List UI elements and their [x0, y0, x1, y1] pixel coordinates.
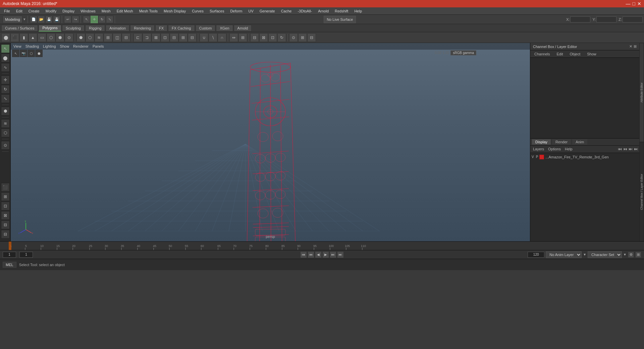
viewport-menu-show[interactable]: Show [60, 44, 69, 48]
options-label[interactable]: Options [547, 147, 562, 151]
tab-animation[interactable]: Animation [106, 25, 129, 32]
mode-dropdown[interactable]: Modeling [3, 16, 22, 23]
anim-layer-dropdown[interactable]: No Anim Layer [546, 251, 582, 258]
tool-slide[interactable]: ⊡ [268, 33, 277, 42]
display-tab-anim[interactable]: Anim [572, 139, 588, 145]
layer-play-btn[interactable]: ⏮ [618, 147, 622, 151]
tool-extract[interactable]: ⊟ [170, 33, 178, 42]
tool-spin[interactable]: ↻ [277, 33, 286, 42]
display-tab-display[interactable]: Display [532, 139, 551, 145]
step-back-btn[interactable]: ⏮ [308, 251, 314, 258]
rotate-btn[interactable]: ↻ [98, 16, 106, 23]
select-tool-btn[interactable]: ↖ [1, 44, 10, 53]
menu-edit-mesh[interactable]: Edit Mesh [114, 8, 136, 14]
channel-box-close-btn[interactable]: ✕ [629, 44, 632, 49]
viewport-menu-renderer[interactable]: Renderer [73, 44, 89, 48]
anim-settings-btn[interactable]: ⚙ [628, 252, 634, 258]
tool-chamfer[interactable]: ⊟ [188, 33, 197, 42]
menu-deform[interactable]: Deform [227, 8, 245, 14]
tool-mirror[interactable]: ⇔ [229, 33, 238, 42]
tool-remesh[interactable]: ⊟ [122, 33, 130, 42]
soft-mod-btn[interactable]: ≋ [1, 119, 10, 128]
tool-collapse[interactable]: ⊟ [307, 33, 316, 42]
layer-v[interactable]: V [532, 155, 534, 159]
tab-rigging[interactable]: Rigging [85, 25, 105, 32]
menu-redshift[interactable]: Redshift [332, 8, 351, 14]
tool-separate[interactable]: ⬠ [86, 33, 94, 42]
tool-sphere[interactable]: ⬤ [1, 33, 10, 42]
play-forward-btn[interactable]: ▶ [322, 251, 329, 258]
tool-prism[interactable]: ⬢ [56, 33, 64, 42]
camera-btn[interactable]: 📷 [20, 50, 27, 57]
tab-curves-surfaces[interactable]: Curves / Surfaces [1, 25, 38, 32]
character-set-dropdown[interactable]: Character Set [588, 251, 622, 258]
extra-btn[interactable]: ⊟ [1, 230, 10, 239]
tool-target-weld[interactable]: ⊙ [289, 33, 298, 42]
paint-select-btn[interactable]: ⬤ [1, 54, 10, 62]
universal-manip-btn[interactable]: ⬢ [1, 107, 10, 115]
select-btn[interactable]: ↖ [83, 16, 90, 23]
tool-boolean-diff[interactable]: ∖ [209, 33, 217, 42]
save-as-btn[interactable]: 💾 [53, 16, 60, 23]
tool-fill[interactable]: ⊠ [152, 33, 160, 42]
shaded-btn[interactable]: ⬢ [35, 50, 43, 57]
menu-arnold[interactable]: Arnold [315, 8, 331, 14]
menu-create[interactable]: Create [26, 8, 42, 14]
redo-btn[interactable]: ↪ [72, 16, 79, 23]
undo-btn[interactable]: ↩ [64, 16, 71, 23]
menu-mesh-display[interactable]: Mesh Display [161, 8, 189, 14]
gamma-dropdown[interactable]: sRGB gamma [450, 50, 476, 55]
channel-box-expand-btn[interactable]: ⊞ [634, 44, 637, 49]
display-tab-render[interactable]: Render [552, 139, 571, 145]
tool-insert-loop[interactable]: ⊟ [250, 33, 259, 42]
sculpt-btn[interactable]: ⬡ [1, 129, 10, 137]
tool-boolean-union[interactable]: ∪ [200, 33, 208, 42]
new-file-btn[interactable]: 📄 [30, 16, 37, 23]
menu-3dto-all[interactable]: -3DtoAll- [295, 8, 315, 14]
graph-editor-btn[interactable]: ⊠ [1, 211, 10, 220]
layer-next-btn[interactable]: ⏭ [629, 147, 633, 151]
tool-combine[interactable]: ⬟ [76, 33, 85, 42]
move-tool-btn[interactable]: ✛ [1, 76, 10, 84]
anim-extra-btn[interactable]: ⊞ [635, 252, 641, 258]
menu-mesh-tools[interactable]: Mesh Tools [137, 8, 160, 14]
menu-display[interactable]: Display [60, 8, 77, 14]
viewport-menu-view[interactable]: View [13, 44, 21, 48]
script-mode-btn[interactable]: MEL [3, 262, 16, 268]
go-to-end-btn[interactable]: ⏭ [337, 251, 344, 258]
menu-windows[interactable]: Windows [78, 8, 98, 14]
help-label[interactable]: Help [564, 147, 574, 151]
current-frame-input[interactable]: 1 [19, 252, 33, 258]
tool-extrude[interactable]: ⊏ [133, 33, 142, 42]
y-input[interactable] [596, 16, 616, 22]
tab-polygons[interactable]: Polygons [39, 25, 61, 32]
channel-tab-channels[interactable]: Channels [532, 51, 552, 57]
menu-file[interactable]: File [1, 8, 13, 14]
channel-tab-show[interactable]: Show [584, 51, 599, 57]
open-file-btn[interactable]: 📂 [38, 16, 45, 23]
crease-set-btn[interactable]: ⊞ [1, 192, 10, 201]
tool-plane[interactable]: ▭ [38, 33, 46, 42]
move-btn[interactable]: ✛ [91, 16, 98, 23]
viewport-menu-lighting[interactable]: Lighting [43, 44, 56, 48]
tab-sculpting[interactable]: Sculpting [62, 25, 85, 32]
play-back-btn[interactable]: ◀ [315, 251, 322, 258]
render-region-btn[interactable]: ⬛ [1, 183, 10, 192]
z-input[interactable] [623, 16, 643, 22]
menu-curves[interactable]: Curves [189, 8, 206, 14]
tool-symmetrize[interactable]: ⊞ [238, 33, 247, 42]
x-input[interactable] [570, 16, 590, 22]
tab-custom[interactable]: Custom [196, 25, 216, 32]
cache-mgr-btn[interactable]: ⊡ [1, 202, 10, 210]
layer-color-swatch[interactable] [539, 155, 544, 159]
channel-tab-edit[interactable]: Edit [554, 51, 566, 57]
layer-p[interactable]: P [536, 155, 538, 159]
tool-merge[interactable]: ⊞ [298, 33, 307, 42]
scale-btn[interactable]: ⤡ [106, 16, 113, 23]
select-mask-btn[interactable]: ↖ [12, 50, 19, 57]
tool-torus[interactable]: ⬡ [47, 33, 55, 42]
menu-edit[interactable]: Edit [13, 8, 25, 14]
channel-box-vert-tab[interactable]: Channel Box / Layer Editor [639, 142, 644, 242]
menu-modify[interactable]: Modify [43, 8, 59, 14]
viewport-menu-shading[interactable]: Shading [25, 44, 39, 48]
